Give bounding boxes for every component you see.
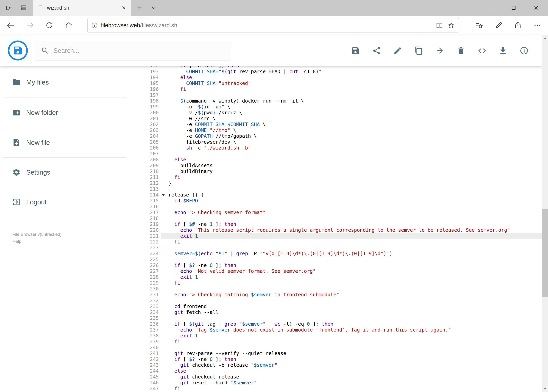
address-bar[interactable]: filebrowser.web/files/wizard.sh xyxy=(87,18,459,33)
code-line[interactable]: 203 -e HOME="//tmp" \ xyxy=(141,127,542,133)
code-line[interactable]: 245 git checkout release xyxy=(141,374,542,380)
code-line[interactable]: 229 fi xyxy=(141,280,542,286)
forward-icon[interactable] xyxy=(26,21,35,29)
code-line[interactable]: 237 echo "Tag $semver does not exist in … xyxy=(141,327,542,333)
code-line[interactable]: 219 if [ $# -ne 1 ]; then xyxy=(141,221,542,227)
code-line[interactable]: 200 -v /$(pwd):/src:z \ xyxy=(141,110,542,116)
code-line[interactable]: 233 cd frontend xyxy=(141,304,542,309)
code-line[interactable]: 204 -e GOPATH=//tmp/gopath \ xyxy=(141,133,542,139)
code-line[interactable]: 201 -w //src \ xyxy=(141,116,542,121)
tabs-you-set-aside-icon[interactable] xyxy=(16,0,31,16)
web-note-icon[interactable] xyxy=(494,21,503,29)
refresh-icon[interactable] xyxy=(45,21,54,29)
code-line[interactable]: 195 COMMIT_SHA="untracked" xyxy=(141,80,542,86)
download-button[interactable] xyxy=(499,46,507,55)
favorite-star-icon[interactable] xyxy=(445,20,457,31)
sidebar-item-settings[interactable]: Settings xyxy=(12,166,50,178)
code-line[interactable]: 244 else xyxy=(141,368,542,374)
fold-marker-icon[interactable] xyxy=(162,194,165,196)
code-line[interactable]: 211 fi xyxy=(141,174,542,180)
code-line[interactable]: 228 exit 1 xyxy=(141,274,542,280)
code-line[interactable]: 240 xyxy=(141,345,542,350)
chevron-down-icon[interactable] xyxy=(146,0,161,16)
tab-close-icon[interactable] xyxy=(121,5,127,11)
code-line[interactable]: 230 xyxy=(141,286,542,292)
code-line[interactable]: 206 sh -c "./wizard.sh -b" xyxy=(141,145,542,151)
code-line[interactable]: 198 $(command -v winpty) docker run --rm… xyxy=(141,98,542,104)
save-button[interactable] xyxy=(351,46,360,55)
scroll-down-icon[interactable] xyxy=(542,385,548,392)
hub-icon[interactable] xyxy=(475,21,483,29)
maximize-icon[interactable] xyxy=(505,0,522,16)
code-line[interactable]: 212} xyxy=(141,180,542,186)
code-editor[interactable]: 192 if [ -d .git ]; then193 COMMIT_SHA="… xyxy=(141,66,542,392)
browser-tab[interactable]: wizard.sh xyxy=(33,0,131,16)
code-line[interactable]: 225 xyxy=(141,257,542,262)
copy-button[interactable] xyxy=(414,46,423,55)
minimize-icon[interactable] xyxy=(482,0,500,16)
code-line[interactable]: 241 git rev-parse --verify --quiet relea… xyxy=(141,350,542,356)
code-line[interactable]: 247 fi xyxy=(141,386,542,392)
code-line[interactable]: 232 xyxy=(141,298,542,304)
code-line[interactable]: 238 exit 1 xyxy=(141,333,542,339)
new-tab-icon[interactable] xyxy=(132,0,146,16)
sidebar-item-new-file[interactable]: New file xyxy=(12,137,50,148)
info-button[interactable] xyxy=(520,46,529,55)
code-line[interactable]: 202 -e COMMIT_SHA=$COMMIT_SHA \ xyxy=(141,121,542,127)
share-icon[interactable] xyxy=(513,21,522,29)
code-line[interactable]: 215 cd $REPO xyxy=(141,198,542,204)
code-line[interactable]: 208 else xyxy=(141,157,542,163)
code-line[interactable]: 236 if [ $(git tag | grep "$semver" | wc… xyxy=(141,321,542,327)
home-icon[interactable] xyxy=(65,21,73,29)
code-line[interactable]: 242 if [ $? -ne 0 ]; then xyxy=(141,356,542,362)
code-line[interactable]: 226 if [ $? -ne 0 ]; then xyxy=(141,262,542,268)
delete-button[interactable] xyxy=(457,46,465,55)
sidebar-item-logout[interactable]: Logout xyxy=(12,196,47,208)
sidebar-item-new-folder[interactable]: New folder xyxy=(12,107,58,119)
close-icon[interactable] xyxy=(527,0,545,16)
code-line[interactable]: 207 xyxy=(141,151,542,157)
help-link[interactable]: Help xyxy=(13,238,62,245)
reading-view-icon[interactable] xyxy=(434,20,445,31)
code-line[interactable]: 222 fi xyxy=(141,239,542,245)
raw-view-button[interactable] xyxy=(478,46,486,55)
scroll-up-icon[interactable] xyxy=(542,35,548,42)
share-button[interactable] xyxy=(372,46,381,55)
move-button[interactable] xyxy=(435,46,444,55)
code-line[interactable]: 218 xyxy=(141,216,542,221)
code-line[interactable]: 210 buildBinary xyxy=(141,168,542,174)
search-box[interactable] xyxy=(35,41,231,61)
back-icon[interactable] xyxy=(6,21,15,29)
code-line[interactable]: 239 fi xyxy=(141,339,542,345)
code-line[interactable]: 234 git fetch --all xyxy=(141,309,542,315)
code-line[interactable]: 235 xyxy=(141,315,542,321)
code-line[interactable]: 231 echo "> Checking matching $semver in… xyxy=(141,292,542,298)
vertical-scrollbar[interactable] xyxy=(542,35,548,392)
code-line[interactable]: 227 echo "Not valid semver format. See s… xyxy=(141,268,542,274)
code-line[interactable]: 221 exit 1 xyxy=(141,233,542,239)
url-text[interactable]: filebrowser.web/files/wizard.sh xyxy=(101,22,434,28)
code-line[interactable]: 224 semver=$(echo "$1" | grep -P '^v(0|[… xyxy=(141,251,542,257)
set-tabs-aside-icon[interactable] xyxy=(1,0,16,16)
code-line[interactable]: 199 -u "$(id -u)" \ xyxy=(141,104,542,110)
code-line[interactable]: 217 echo "> Checking semver format" xyxy=(141,210,542,216)
code-line[interactable]: 214release () { xyxy=(141,192,542,198)
info-circle-icon[interactable] xyxy=(91,22,98,29)
code-line[interactable]: 192 if [ -d .git ]; then xyxy=(141,66,542,69)
code-line[interactable]: 194 else xyxy=(141,75,542,80)
sidebar-item-my-files[interactable]: My files xyxy=(12,76,49,88)
search-input[interactable] xyxy=(53,47,231,54)
code-line[interactable]: 216 xyxy=(141,204,542,210)
scrollbar-thumb[interactable] xyxy=(542,209,548,297)
code-line[interactable]: 243 git checkout -b release "$semver" xyxy=(141,362,542,368)
code-line[interactable]: 196 fi xyxy=(141,86,542,92)
app-logo[interactable] xyxy=(8,41,28,61)
code-line[interactable]: 213 xyxy=(141,186,542,192)
code-line[interactable]: 223 xyxy=(141,245,542,251)
code-line[interactable]: 246 git reset --hard "$semver" xyxy=(141,380,542,386)
code-line[interactable]: 193 COMMIT_SHA="$(git rev-parse HEAD | c… xyxy=(141,69,542,75)
edit-button[interactable] xyxy=(393,46,402,55)
more-icon[interactable] xyxy=(533,21,542,29)
code-line[interactable]: 220 echo "This release script requires a… xyxy=(141,227,542,233)
code-line[interactable]: 197 xyxy=(141,92,542,98)
